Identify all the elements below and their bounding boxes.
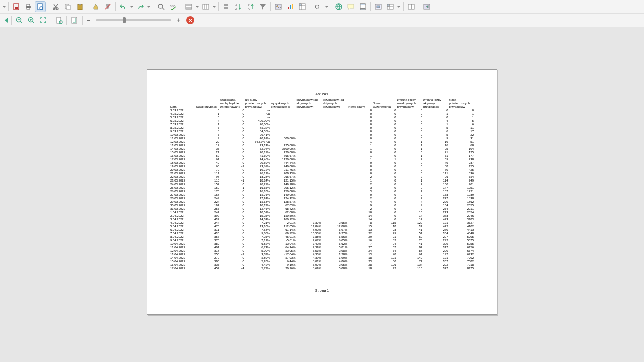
cell: 401	[195, 246, 220, 249]
autofilter-icon[interactable]	[257, 1, 268, 12]
split-window-icon[interactable]	[406, 1, 417, 12]
cell: 0	[348, 161, 372, 165]
comment-icon[interactable]	[345, 1, 356, 12]
cell: 18,28%	[245, 175, 270, 179]
table-row: 10.04.202238006,82%-13,04%7,43%6,62%7344…	[170, 242, 474, 246]
cell: 0	[372, 133, 397, 137]
cell: 128,57%	[270, 200, 296, 204]
table-row: 17.03.202261034,46%1120,00%11259238	[170, 158, 474, 161]
first-page-icon[interactable]	[2, 15, 9, 26]
cell: 0	[348, 126, 372, 130]
freeze-icon[interactable]	[385, 1, 396, 12]
export-pdf-icon[interactable]	[11, 1, 22, 12]
paste-icon[interactable]	[74, 1, 86, 12]
find-icon[interactable]	[155, 1, 167, 12]
column-icon[interactable]	[200, 1, 211, 12]
cell: 14	[397, 214, 423, 218]
spellcheck-icon[interactable]: abc	[168, 1, 179, 12]
zoom-plus[interactable]: +	[175, 17, 182, 24]
close-preview-icon[interactable]: ✕	[186, 16, 194, 24]
cell: 0	[348, 168, 372, 172]
cell: 28	[348, 263, 372, 267]
zoom-slider[interactable]	[96, 19, 171, 21]
col-header: zmiana liczby aktywnych przypadków	[423, 98, 448, 109]
table-row: 4.04.202224407,21%-2,01%7,37%3,65%811512…	[170, 221, 474, 225]
cell: 9	[397, 204, 423, 207]
redo-dropdown-icon[interactable]	[147, 2, 151, 12]
cell: 336	[195, 263, 220, 267]
column-dropdown-icon[interactable]	[212, 2, 216, 12]
cell: 1638	[448, 197, 474, 200]
row-icon[interactable]	[183, 1, 194, 12]
special-char-dropdown-icon[interactable]	[325, 2, 329, 12]
cut-icon[interactable]	[50, 1, 61, 12]
sort-desc-icon[interactable]: ZA	[245, 1, 256, 12]
zoom-out-icon[interactable]	[14, 15, 25, 26]
cell: 2055	[448, 204, 474, 207]
table-row: 10.03.20225029,41%000522	[170, 133, 474, 137]
print-preview-icon[interactable]	[35, 1, 46, 12]
cell: 20,00%	[245, 123, 270, 126]
col-header: Nowe przypadki	[195, 98, 220, 109]
cell: 9	[348, 204, 372, 207]
define-range-icon[interactable]	[373, 1, 384, 12]
sort-asc-icon[interactable]: AZ	[233, 1, 244, 12]
copy-icon[interactable]	[62, 1, 73, 12]
row-dropdown-icon[interactable]	[195, 2, 199, 12]
cell: 254	[423, 207, 448, 211]
insert-chart-icon[interactable]	[285, 1, 296, 12]
zoom-minus[interactable]: −	[85, 17, 92, 24]
zoom-slider-thumb[interactable]	[123, 17, 126, 23]
menu-dropdown-icon[interactable]	[2, 2, 6, 12]
freeze-dropdown-icon[interactable]	[397, 2, 401, 12]
headerfooter-icon[interactable]	[357, 1, 368, 12]
cell: 7	[348, 242, 372, 246]
page: Arkusz1 DataNowe przypadkiszacowane, oso…	[147, 69, 497, 315]
cell: 0	[220, 130, 245, 133]
clone-format-icon[interactable]	[90, 1, 101, 12]
cell: 62,00%	[270, 211, 296, 214]
cell: n/a	[245, 109, 270, 112]
cell: 2946	[448, 214, 474, 218]
svg-rect-11	[78, 4, 82, 10]
cell: 18	[348, 267, 372, 270]
cell: 270	[423, 228, 448, 232]
cell: -1	[220, 179, 245, 183]
cell: 7.04.2022	[170, 232, 195, 235]
cell: 347	[423, 267, 448, 270]
sort-dialog-icon[interactable]	[221, 1, 232, 12]
cell: 355	[448, 165, 474, 168]
cell: 0	[372, 172, 397, 175]
cell: 1	[397, 154, 423, 158]
hyperlink-icon[interactable]	[333, 1, 344, 12]
cell	[322, 119, 348, 123]
cell: 7,21%	[245, 221, 270, 225]
cell: 0	[397, 161, 423, 165]
zoom-in-icon[interactable]	[26, 15, 37, 26]
cell: 40,91%	[245, 137, 270, 140]
data-source-icon[interactable]	[421, 1, 432, 12]
cell: 457	[195, 267, 220, 270]
format-page-icon[interactable]	[53, 15, 64, 26]
undo-dropdown-icon[interactable]	[130, 2, 134, 12]
cell: 0	[372, 211, 397, 214]
undo-icon[interactable]	[118, 1, 129, 12]
cell: 62	[372, 239, 397, 242]
print-icon[interactable]	[23, 1, 34, 12]
special-char-icon[interactable]: Ω	[312, 1, 324, 12]
pivot-icon[interactable]	[297, 1, 308, 12]
cell: 244	[195, 221, 220, 225]
insert-image-icon[interactable]	[273, 1, 284, 12]
redo-icon[interactable]	[135, 1, 146, 12]
fullscreen-icon[interactable]	[38, 15, 49, 26]
cell	[296, 207, 322, 211]
cell: 0	[372, 204, 397, 207]
margins-icon[interactable]	[69, 15, 80, 26]
col-header: Data	[170, 98, 195, 109]
cell: 16	[348, 239, 372, 242]
clear-format-icon[interactable]	[102, 1, 113, 12]
cell: 20,29%	[245, 183, 270, 186]
cell: 4	[195, 119, 220, 123]
cell: 17.04.2022	[170, 267, 195, 270]
table-row: 22.03.202298018,28%366,67%20296634	[170, 175, 474, 179]
